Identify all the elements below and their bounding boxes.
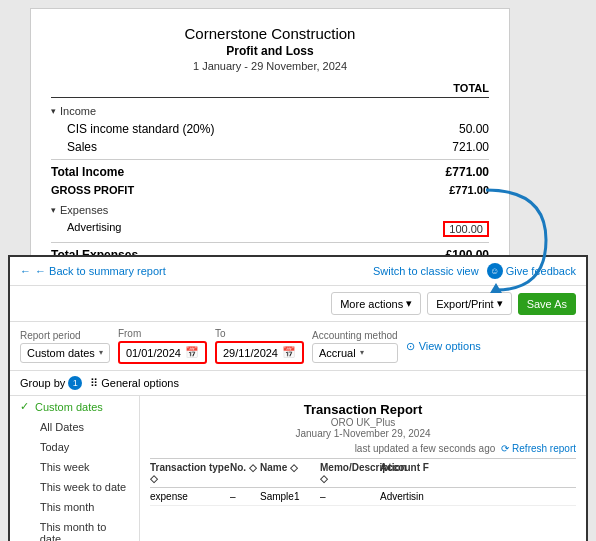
- transaction-report-title: Transaction Report: [150, 402, 576, 417]
- view-options-icon: ⊙: [406, 340, 415, 353]
- dropdown-menu-item[interactable]: This week: [10, 457, 139, 477]
- group-by-badge: 1: [68, 376, 82, 390]
- more-actions-chevron-icon: ▾: [406, 297, 412, 310]
- to-label: To: [215, 328, 304, 339]
- to-calendar-icon: 📅: [282, 346, 296, 359]
- report-period-label: Report period: [20, 330, 110, 341]
- to-date-input[interactable]: 29/11/2024 📅: [215, 341, 304, 364]
- menu-item-label: This month to date: [40, 521, 129, 541]
- menu-item-label: Today: [40, 441, 69, 453]
- income-item-value: 721.00: [452, 140, 489, 154]
- report-period-value: Custom dates: [27, 347, 95, 359]
- general-options-label: General options: [101, 377, 179, 389]
- from-date-group: From 01/01/2024 📅: [118, 328, 207, 364]
- back-to-summary-link[interactable]: ← ← Back to summary report: [20, 265, 166, 277]
- income-triangle-icon: ▾: [51, 106, 56, 116]
- income-section-header: ▾ Income: [51, 102, 489, 120]
- accounting-method-value: Accrual: [319, 347, 356, 359]
- col-memo-header: Memo/Description ◇: [320, 462, 380, 484]
- back-arrow-icon: ←: [20, 265, 31, 277]
- gross-profit-label: GROSS PROFIT: [51, 184, 134, 196]
- menu-item-label: Custom dates: [35, 401, 103, 413]
- group-by-button[interactable]: Group by 1: [20, 376, 82, 390]
- checkmark-icon: ✓: [20, 400, 29, 413]
- col-no-header: No. ◇: [230, 462, 260, 484]
- col-account-header: Account F: [380, 462, 460, 484]
- row-type: expense: [150, 491, 230, 502]
- second-filters-row: Group by 1 ⠿ General options: [10, 371, 586, 396]
- group-by-label: Group by: [20, 377, 65, 389]
- filters-row: Report period Custom dates ▾ From 01/01/…: [10, 322, 586, 371]
- menu-item-label: This week to date: [40, 481, 126, 493]
- income-item-label: CIS income standard (20%): [67, 122, 214, 136]
- income-item-label: Sales: [67, 140, 97, 154]
- more-actions-label: More actions: [340, 298, 403, 310]
- advertising-label: Advertising: [67, 221, 121, 237]
- row-memo: –: [320, 491, 380, 502]
- report-period-chevron-icon: ▾: [99, 348, 103, 357]
- refresh-button[interactable]: ⟳ Refresh report: [501, 443, 576, 454]
- from-date-input[interactable]: 01/01/2024 📅: [118, 341, 207, 364]
- dropdown-menu-item[interactable]: This week to date: [10, 477, 139, 497]
- col-type-header: Transaction type ◇: [150, 462, 230, 484]
- income-label: Income: [60, 105, 96, 117]
- total-income-label: Total Income: [51, 165, 124, 179]
- curved-arrow-container: [476, 180, 556, 303]
- curved-arrow-icon: [476, 180, 556, 300]
- to-date-value: 29/11/2024: [223, 347, 278, 359]
- dropdown-menu-item[interactable]: This month to date: [10, 517, 139, 541]
- row-no: –: [230, 491, 260, 502]
- table-header: Transaction type ◇ No. ◇ Name ◇ Memo/Des…: [150, 458, 576, 488]
- transaction-report-subtitle: ORO UK_Plus: [150, 417, 576, 428]
- more-actions-button[interactable]: More actions ▾: [331, 292, 421, 315]
- report-title: Profit and Loss: [51, 44, 489, 58]
- menu-item-label: This week: [40, 461, 90, 473]
- profit-loss-panel: Cornerstone Construction Profit and Loss…: [30, 8, 510, 295]
- transaction-report-area: Transaction Report ORO UK_Plus January 1…: [140, 396, 586, 541]
- dropdown-menu-item[interactable]: ✓Custom dates: [10, 396, 139, 417]
- back-link-text: ← Back to summary report: [35, 265, 166, 277]
- col-name-header: Name ◇: [260, 462, 320, 484]
- menu-item-label: All Dates: [40, 421, 84, 433]
- view-options-label: View options: [419, 340, 481, 352]
- gross-profit-row: GROSS PROFIT £771.00: [51, 181, 489, 199]
- dropdown-menu-item[interactable]: This month: [10, 497, 139, 517]
- svg-marker-0: [490, 283, 502, 293]
- income-item: Sales721.00: [51, 138, 489, 156]
- income-items: CIS income standard (20%)50.00Sales721.0…: [51, 120, 489, 156]
- accounting-method-label: Accounting method: [312, 330, 398, 341]
- row-account: Advertisin: [380, 491, 460, 502]
- dropdown-menu-item[interactable]: Today: [10, 437, 139, 457]
- last-updated-text: last updated a few seconds ago: [355, 443, 496, 454]
- expenses-triangle-icon: ▾: [51, 205, 56, 215]
- income-item-value: 50.00: [459, 122, 489, 136]
- dropdown-menu-panel: ✓Custom datesAll DatesTodayThis weekThis…: [10, 396, 140, 541]
- total-income-row: Total Income £771.00: [51, 163, 489, 181]
- to-date-group: To 29/11/2024 📅: [215, 328, 304, 364]
- from-calendar-icon: 📅: [185, 346, 199, 359]
- transaction-report-header: Transaction Report ORO UK_Plus January 1…: [150, 402, 576, 439]
- income-item: CIS income standard (20%)50.00: [51, 120, 489, 138]
- view-options-button[interactable]: ⊙ View options: [406, 340, 481, 353]
- dropdown-menu-item[interactable]: All Dates: [10, 417, 139, 437]
- transaction-report-date: January 1-November 29, 2024: [150, 428, 576, 439]
- total-header: TOTAL: [51, 82, 489, 98]
- total-income-value: £771.00: [446, 165, 489, 179]
- menu-item-label: This month: [40, 501, 94, 513]
- general-options-button[interactable]: ⠿ General options: [90, 377, 179, 390]
- refresh-row: last updated a few seconds ago ⟳ Refresh…: [150, 443, 576, 454]
- expenses-section-header: ▾ Expenses: [51, 201, 489, 219]
- advertising-row: Advertising 100.00: [51, 219, 489, 239]
- accounting-chevron-icon: ▾: [360, 348, 364, 357]
- report-period-select[interactable]: Custom dates ▾: [20, 343, 110, 363]
- report-period-group: Report period Custom dates ▾: [20, 330, 110, 363]
- report-date: 1 January - 29 November, 2024: [51, 60, 489, 72]
- from-date-value: 01/01/2024: [126, 347, 181, 359]
- from-label: From: [118, 328, 207, 339]
- main-content: ✓Custom datesAll DatesTodayThis weekThis…: [10, 396, 586, 541]
- row-name: Sample1: [260, 491, 320, 502]
- accounting-method-group: Accounting method Accrual ▾: [312, 330, 398, 363]
- switch-view-link[interactable]: Switch to classic view: [373, 265, 479, 277]
- accounting-method-select[interactable]: Accrual ▾: [312, 343, 398, 363]
- general-options-icon: ⠿: [90, 377, 98, 390]
